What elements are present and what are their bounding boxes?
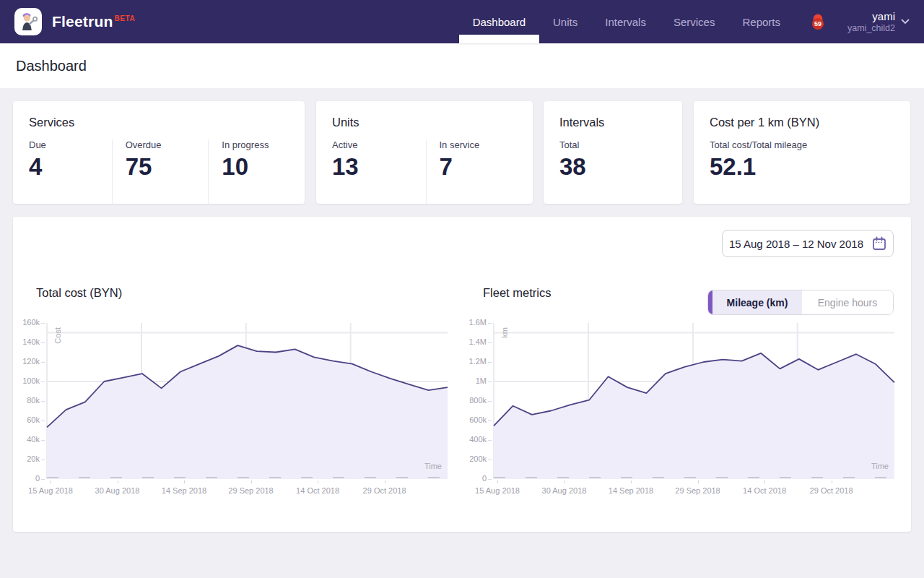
card-title: Cost per 1 km (BYN) bbox=[710, 116, 910, 129]
total-cost-plot-area[interactable]: 020k40k60k80k100k120k140k160k15 Aug 2018… bbox=[47, 323, 448, 479]
stat-value: 13 bbox=[332, 152, 420, 181]
app-logo[interactable] bbox=[14, 8, 42, 35]
chart-title: Total cost (BYN) bbox=[36, 285, 472, 300]
brand-name: Fleetrun bbox=[52, 13, 113, 30]
page-title: Dashboard bbox=[16, 58, 87, 74]
cost-per-km-card: Cost per 1 km (BYN) Total cost/Total mil… bbox=[694, 101, 910, 204]
stat-value: 38 bbox=[559, 152, 676, 181]
fleet-metrics-plot-area[interactable]: 0200k400k600k800k1M1.2M1.4M1.6M15 Aug 20… bbox=[494, 323, 894, 479]
stat-value: 4 bbox=[29, 152, 106, 181]
fleet-metrics-chart: Fleet metrics 0200k400k600k800k1M1.2M1.4… bbox=[483, 285, 919, 479]
page-header: Dashboard bbox=[0, 43, 924, 88]
card-title: Units bbox=[332, 116, 533, 129]
notification-badge: 59 bbox=[812, 18, 824, 30]
user-account: yami_child2 bbox=[847, 23, 895, 34]
stat-label: In service bbox=[440, 139, 528, 150]
services-card: Services Due 4 Overdue 75 bbox=[13, 101, 305, 204]
stat-active: Active 13 bbox=[332, 139, 426, 204]
chart-title: Fleet metrics bbox=[483, 285, 919, 300]
stat-total: Total 38 bbox=[559, 139, 682, 204]
stat-label: Total bbox=[559, 139, 676, 150]
top-nav: FleetrunBETA Dashboard Units Intervals S… bbox=[0, 0, 924, 43]
stat-due: Due 4 bbox=[29, 139, 112, 204]
beta-badge: BETA bbox=[114, 14, 135, 22]
total-cost-chart: Total cost (BYN) 020k40k60k80k100k120k14… bbox=[36, 285, 472, 479]
units-card: Units Active 13 In service 7 bbox=[316, 101, 533, 204]
chevron-down-icon bbox=[901, 19, 910, 25]
stat-value: 7 bbox=[440, 152, 528, 181]
fleetrun-dashboard-screen: FleetrunBETA Dashboard Units Intervals S… bbox=[0, 0, 924, 578]
stat-cost-per-km: Total cost/Total mileage 52.1 $ bbox=[710, 139, 910, 204]
stat-label: Overdue bbox=[126, 139, 203, 150]
intervals-card: Intervals Total 38 bbox=[544, 101, 682, 204]
stat-label: Due bbox=[29, 139, 106, 150]
charts-panel: 15 Aug 2018 – 12 Nov 2018 Mileage (km) E… bbox=[13, 217, 911, 532]
nav-tab-units[interactable]: Units bbox=[539, 0, 591, 43]
stat-value: 52.1 bbox=[710, 152, 905, 181]
user-menu[interactable]: yami yami_child2 bbox=[847, 10, 910, 34]
stat-label: Active bbox=[332, 139, 420, 150]
stat-value: 10 bbox=[222, 152, 299, 181]
date-range-picker[interactable]: 15 Aug 2018 – 12 Nov 2018 bbox=[722, 230, 894, 257]
nav-tab-intervals[interactable]: Intervals bbox=[591, 0, 660, 43]
mechanic-logo-icon bbox=[17, 11, 39, 33]
stat-label: Total cost/Total mileage bbox=[710, 139, 905, 150]
calendar-icon bbox=[872, 236, 886, 251]
stat-overdue: Overdue 75 bbox=[112, 139, 209, 204]
stat-in-progress: In progress 10 bbox=[208, 139, 305, 204]
card-title: Intervals bbox=[559, 116, 682, 129]
stat-label: In progress bbox=[222, 139, 299, 150]
nav-tab-services[interactable]: Services bbox=[660, 0, 729, 43]
stat-value: 75 bbox=[126, 152, 203, 181]
notifications-button[interactable]: 59 bbox=[807, 9, 829, 34]
nav-tab-reports[interactable]: Reports bbox=[728, 0, 794, 43]
nav-menu: Dashboard Units Intervals Services Repor… bbox=[459, 0, 794, 43]
brand: FleetrunBETA bbox=[14, 8, 135, 35]
card-title: Services bbox=[29, 116, 305, 129]
date-range-text: 15 Aug 2018 – 12 Nov 2018 bbox=[729, 238, 863, 250]
nav-tab-dashboard[interactable]: Dashboard bbox=[459, 0, 539, 43]
user-name: yami bbox=[847, 10, 895, 23]
active-tab-indicator bbox=[459, 35, 539, 43]
stat-in-service: In service 7 bbox=[426, 139, 533, 204]
